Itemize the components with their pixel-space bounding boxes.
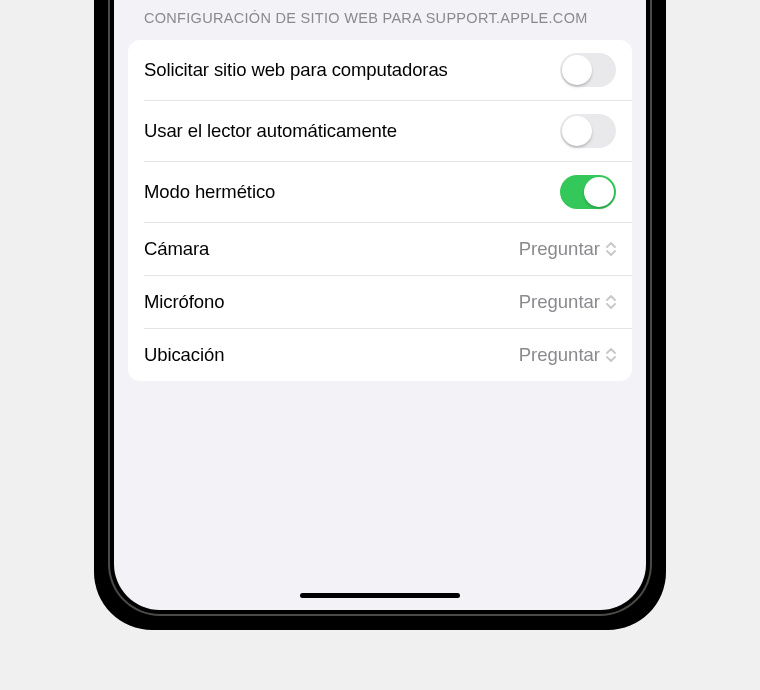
row-label: Solicitar sitio web para computadoras xyxy=(144,58,548,83)
toggle-request-desktop[interactable] xyxy=(560,53,616,87)
row-label: Ubicación xyxy=(144,343,507,368)
row-value-text: Preguntar xyxy=(519,238,600,260)
phone-inner: CONFIGURACIÓN DE SITIO WEB PARA SUPPORT.… xyxy=(110,0,650,614)
toggle-knob xyxy=(584,177,614,207)
toggle-knob xyxy=(562,116,592,146)
toggle-knob xyxy=(562,55,592,85)
row-label: Usar el lector automáticamente xyxy=(144,119,548,144)
phone-frame: CONFIGURACIÓN DE SITIO WEB PARA SUPPORT.… xyxy=(94,0,666,630)
row-camera[interactable]: Cámara Preguntar xyxy=(128,223,632,275)
row-microphone[interactable]: Micrófono Preguntar xyxy=(128,276,632,328)
row-label: Cámara xyxy=(144,237,507,262)
row-label: Modo hermético xyxy=(144,180,548,205)
row-value: Preguntar xyxy=(519,238,616,260)
chevron-up-down-icon xyxy=(606,293,616,311)
row-private-mode: Modo hermético xyxy=(128,162,632,222)
row-label: Micrófono xyxy=(144,290,507,315)
row-request-desktop: Solicitar sitio web para computadoras xyxy=(128,40,632,100)
toggle-private-mode[interactable] xyxy=(560,175,616,209)
row-value-text: Preguntar xyxy=(519,344,600,366)
phone-edge: CONFIGURACIÓN DE SITIO WEB PARA SUPPORT.… xyxy=(108,0,652,616)
row-value: Preguntar xyxy=(519,291,616,313)
row-value: Preguntar xyxy=(519,344,616,366)
chevron-up-down-icon xyxy=(606,240,616,258)
settings-card: Solicitar sitio web para computadoras Us… xyxy=(128,40,632,381)
row-value-text: Preguntar xyxy=(519,291,600,313)
chevron-up-down-icon xyxy=(606,346,616,364)
section-header: CONFIGURACIÓN DE SITIO WEB PARA SUPPORT.… xyxy=(128,0,632,40)
screen: CONFIGURACIÓN DE SITIO WEB PARA SUPPORT.… xyxy=(114,0,646,610)
row-location[interactable]: Ubicación Preguntar xyxy=(128,329,632,381)
row-use-reader: Usar el lector automáticamente xyxy=(128,101,632,161)
home-indicator[interactable] xyxy=(300,593,460,599)
toggle-use-reader[interactable] xyxy=(560,114,616,148)
